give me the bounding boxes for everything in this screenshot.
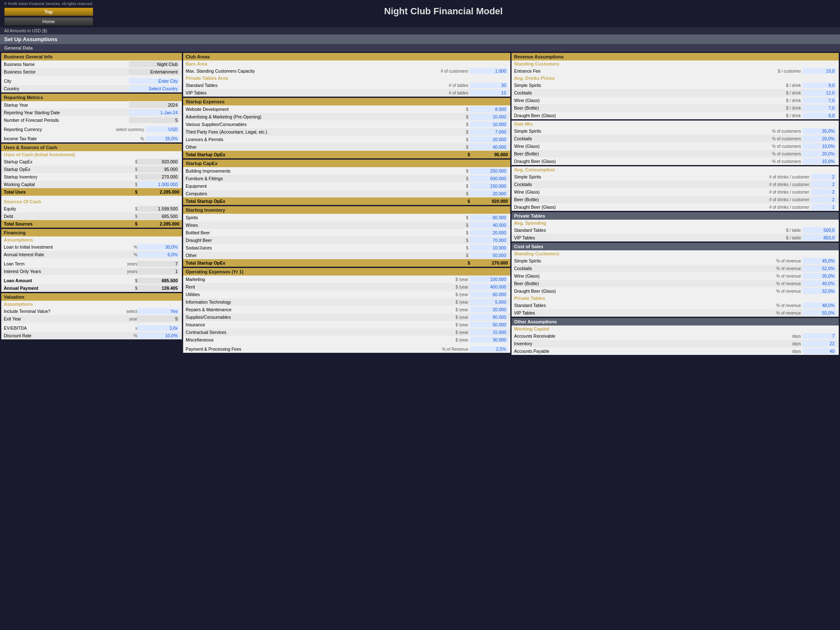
business-general-info-section: Business General Info Business Name Nigh… [1,53,182,92]
other-assumptions-section: Other Assumptions Working Capital Accoun… [512,318,839,355]
business-name-label: Business Name [4,62,129,67]
country-value[interactable]: Select Country [129,86,179,92]
operating-expenses-section: Operating Expenses (Yr 1) Marketing $ /y… [183,268,510,353]
valuation-section: Valuation Assumptions Include Terminal V… [1,293,182,339]
business-name-row: Business Name Night Club [1,60,182,68]
uses-sources-section: Uses & Sources of Cash Uses of Cash (Ini… [1,144,182,228]
copyright: © Profit Vision Financial Services. All … [4,2,93,6]
club-areas-section: Club Areas Bars Area Max. Standing Custo… [183,53,510,97]
sale-mix-section: Sale Mix Simple Spirits % of customers 3… [512,121,839,165]
page-title: Night Club Financial Model [93,2,794,17]
top-bar: © Profit Vision Financial Services. All … [0,0,840,27]
column-3: Revenue Assumptions Standing Customers E… [512,53,839,355]
currency-note: All Amounts in USD ($) [0,27,840,34]
city-row: City Enter City [1,77,182,85]
column-1: Business General Info Business Name Nigh… [1,53,182,355]
top-button[interactable]: Top [4,8,93,16]
private-tables-section: Private Tables Avg. Spending Standard Ta… [512,212,839,242]
starting-inventory-section: Starting Inventory Spirits $ 80.000 Wine… [183,206,510,267]
city-value[interactable]: Enter City [129,78,179,84]
business-name-value: Night Club [129,61,179,67]
column-2: Club Areas Bars Area Max. Standing Custo… [183,53,510,355]
business-general-info-header: Business General Info [1,53,182,60]
reporting-metrics-section: Reporting Metrics Startup Year 2024 Repo… [1,94,182,142]
startup-capex-section: Startup CapEx Building Improvements $ 25… [183,160,510,205]
business-sector-label: Business Sector [4,69,129,74]
reporting-metrics-header: Reporting Metrics [1,94,182,101]
revenue-assumptions-section: Revenue Assumptions Standing Customers E… [512,53,839,119]
section-header: Set Up Assumptions [0,34,840,44]
home-button[interactable]: Home [4,17,93,26]
business-sector-row: Business Sector Entertainment [1,68,182,76]
financing-section: Financing Assumptions Loan to Initial In… [1,229,182,292]
general-data-header: General Data [0,44,840,52]
country-label: Country [4,86,129,91]
content-area: Business General Info Business Name Nigh… [0,52,840,356]
startup-expenses-section: Startup Expenses Website Development $ 8… [183,98,510,158]
cost-of-sales-section: Cost of Sales Standing Customers Simple … [512,243,839,317]
country-row: Country Select Country [1,85,182,92]
city-label: City [4,79,129,84]
business-sector-value: Entertainment [129,69,179,75]
avg-consumption-section: Avg. Consumption Simple Spirits # of dri… [512,166,839,211]
